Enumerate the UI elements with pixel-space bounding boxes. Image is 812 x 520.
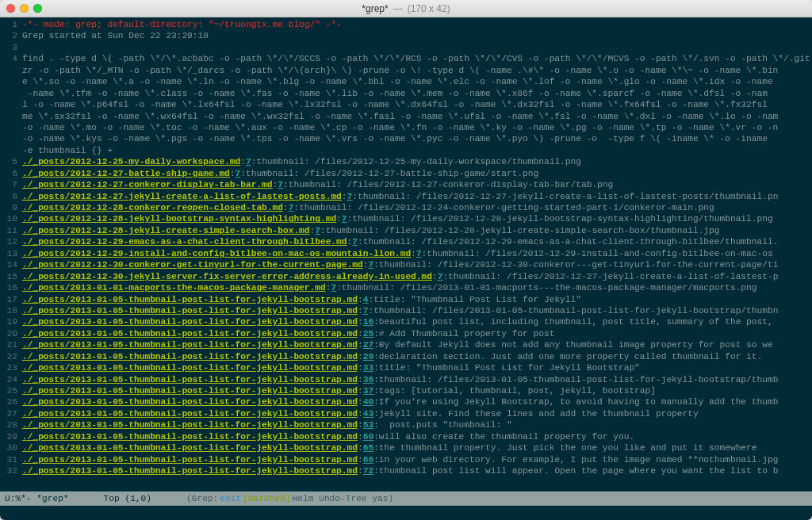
grep-hit[interactable]: 29./_posts/2013-01-05-thumbnail-post-lis… xyxy=(0,431,812,442)
line-number: 24 xyxy=(0,374,22,385)
grep-hit-line-number[interactable]: 43 xyxy=(363,409,373,419)
grep-hit-file[interactable]: ./_posts/2013-01-05-thumbnail-post-list-… xyxy=(22,455,358,465)
grep-hit[interactable]: 20./_posts/2013-01-05-thumbnail-post-lis… xyxy=(0,328,812,339)
maximize-button[interactable] xyxy=(33,4,42,13)
header-line: 1 -*- mode: grep; default-directory: "~/… xyxy=(0,19,812,30)
grep-buffer[interactable]: 1 -*- mode: grep; default-directory: "~/… xyxy=(0,17,812,491)
grep-hit[interactable]: 23./_posts/2013-01-05-thumbnail-post-lis… xyxy=(0,362,812,373)
find-command-cont: me \*.sx32fsl -o -name \*.wx64fsl -o -na… xyxy=(0,111,812,122)
grep-hit-file[interactable]: ./_posts/2012-12-28-conkeror-reopen-clos… xyxy=(22,203,283,212)
grep-hit[interactable]: 5./_posts/2012-12-25-my-daily-workspace.… xyxy=(0,156,812,167)
grep-hit-file[interactable]: ./_posts/2013-01-05-thumbnail-post-list-… xyxy=(22,386,358,396)
grep-hit-line-number[interactable]: 25 xyxy=(363,329,373,338)
close-button[interactable] xyxy=(6,4,15,13)
grep-hit-line-number[interactable]: 16 xyxy=(363,317,373,327)
grep-hit-file[interactable]: ./_posts/2012-12-28-jekyll-bootstrap-syn… xyxy=(22,214,336,224)
grep-hit-file[interactable]: ./_posts/2013-01-05-thumbnail-post-list-… xyxy=(22,295,358,304)
grep-hit[interactable]: 9./_posts/2012-12-28-conkeror-reopen-clo… xyxy=(0,202,812,213)
grep-hit-match-text: post.puts "thumbnail: " xyxy=(379,420,512,430)
grep-hit[interactable]: 11./_posts/2012-12-28-jekyll-create-simp… xyxy=(0,225,812,236)
line-number: 3 xyxy=(0,42,22,53)
grep-hit-file[interactable]: ./_posts/2012-12-29-emacs-as-a-chat-clie… xyxy=(22,237,347,247)
grep-hit-line-number[interactable]: 7 xyxy=(352,237,358,247)
grep-hit[interactable]: 27./_posts/2013-01-05-thumbnail-post-lis… xyxy=(0,408,812,419)
grep-hit[interactable]: 18./_posts/2013-01-05-thumbnail-post-lis… xyxy=(0,305,812,316)
grep-hit-line-number[interactable]: 37 xyxy=(363,386,373,396)
grep-hit[interactable]: 28./_posts/2013-01-05-thumbnail-post-lis… xyxy=(0,419,812,430)
grep-hit[interactable]: 10./_posts/2012-12-28-jekyll-bootstrap-s… xyxy=(0,213,812,224)
grep-hit-file[interactable]: ./_posts/2013-01-05-thumbnail-post-list-… xyxy=(22,397,358,407)
grep-hit-match-text: thumbnail: /files/2012-12-29-emacs-as-a-… xyxy=(363,237,779,247)
grep-hit-line-number[interactable]: 7 xyxy=(416,249,422,258)
header-line: 2 Grep started at Sun Dec 22 23:29:18 xyxy=(0,30,812,41)
grep-hit-line-number[interactable]: 36 xyxy=(363,375,373,384)
grep-hit-file[interactable]: ./_posts/2013-01-05-thumbnail-post-list-… xyxy=(22,443,358,453)
grep-hit-file[interactable]: ./_posts/2013-01-05-thumbnail-post-list-… xyxy=(22,432,358,442)
grep-hit-line-number[interactable]: 27 xyxy=(363,340,373,350)
grep-hit[interactable]: 21./_posts/2013-01-05-thumbnail-post-lis… xyxy=(0,339,812,350)
grep-hit[interactable]: 14./_posts/2012-12-30-conkeror-get-tinyu… xyxy=(0,259,812,270)
grep-hit-line-number[interactable]: 72 xyxy=(363,466,373,476)
grep-hit-match-text: thumbnail: /files/2012-12-30-conkeror---… xyxy=(379,260,779,270)
grep-hit[interactable]: 31./_posts/2013-01-05-thumbnail-post-lis… xyxy=(0,454,812,465)
grep-hit[interactable]: 16./_posts/2013-01-01-macports-the-macos… xyxy=(0,282,812,293)
grep-hit-match-text: thumbnail: /files/2013-01-05-thumbnail-p… xyxy=(373,306,778,315)
grep-hit-line-number[interactable]: 60 xyxy=(363,432,373,442)
grep-hit[interactable]: 15./_posts/2012-12-30-jekyll-server-fix-… xyxy=(0,271,812,282)
grep-hit[interactable]: 19./_posts/2013-01-05-thumbnail-post-lis… xyxy=(0,316,812,327)
grep-hit[interactable]: 7./_posts/2012-12-27-conkeror-display-ta… xyxy=(0,179,812,190)
grep-hit[interactable]: 30./_posts/2013-01-05-thumbnail-post-lis… xyxy=(0,442,812,453)
grep-hit[interactable]: 13./_posts/2012-12-29-install-and-config… xyxy=(0,248,812,259)
grep-hit-file[interactable]: ./_posts/2012-12-28-jekyll-create-simple… xyxy=(22,226,310,235)
blank-line: 3 xyxy=(0,42,812,53)
grep-hit-file[interactable]: ./_posts/2013-01-05-thumbnail-post-list-… xyxy=(22,317,358,327)
grep-hit-line-number[interactable]: 33 xyxy=(363,363,373,373)
grep-hit-match-text: will also create the thumbnail property … xyxy=(379,432,634,442)
grep-hit-file[interactable]: ./_posts/2013-01-01-macports-the-macos-p… xyxy=(22,283,326,292)
grep-hit-file[interactable]: ./_posts/2013-01-05-thumbnail-post-list-… xyxy=(22,375,358,384)
minibuffer[interactable] xyxy=(0,506,812,520)
grep-hit[interactable]: 24./_posts/2013-01-05-thumbnail-post-lis… xyxy=(0,374,812,385)
find-command-cont: l -o -name \*.p64fsl -o -name \*.lx64fsl… xyxy=(0,99,812,110)
line-number: 29 xyxy=(0,431,22,442)
grep-hit-file[interactable]: ./_posts/2013-01-05-thumbnail-post-list-… xyxy=(22,409,358,419)
grep-hit-file[interactable]: ./_posts/2012-12-30-conkeror-get-tinyurl… xyxy=(22,260,363,270)
grep-hit-file[interactable]: ./_posts/2013-01-05-thumbnail-post-list-… xyxy=(22,363,358,373)
grep-hit-line-number[interactable]: 65 xyxy=(363,443,373,453)
grep-hit-line-number[interactable]: 29 xyxy=(363,352,373,361)
grep-hit-line-number[interactable]: 40 xyxy=(363,397,373,407)
modeline-mode-open: (Grep: xyxy=(186,494,218,503)
grep-hit-file[interactable]: ./_posts/2012-12-25-my-daily-workspace.m… xyxy=(22,157,240,166)
modeline-exit-status: exit xyxy=(220,494,241,503)
grep-hit[interactable]: 12./_posts/2012-12-29-emacs-as-a-chat-cl… xyxy=(0,236,812,247)
grep-hit[interactable]: 8./_posts/2012-12-27-jekyll-create-a-lis… xyxy=(0,191,812,202)
grep-hit-line-number[interactable]: 7 xyxy=(278,180,283,189)
line-number: 28 xyxy=(0,419,22,430)
grep-hit[interactable]: 6./_posts/2012-12-27-battle-ship-game.md… xyxy=(0,168,812,179)
grep-hit-match-text: thumbnail: /files/2012-12-24-conkeror-ge… xyxy=(299,203,714,212)
grep-hit-file[interactable]: ./_posts/2013-01-05-thumbnail-post-list-… xyxy=(22,306,358,315)
line-number: 32 xyxy=(0,465,22,476)
grep-hit-file[interactable]: ./_posts/2013-01-05-thumbnail-post-list-… xyxy=(22,340,358,350)
grep-hit-file[interactable]: ./_posts/2013-01-05-thumbnail-post-list-… xyxy=(22,466,358,476)
grep-hit-match-text: thumbnail: /files/2012-12-28-jekyll-crea… xyxy=(326,226,720,235)
grep-hit-file[interactable]: ./_posts/2013-01-05-thumbnail-post-list-… xyxy=(22,352,358,361)
grep-hit-file[interactable]: ./_posts/2013-01-05-thumbnail-post-list-… xyxy=(22,329,358,338)
grep-hit-file[interactable]: ./_posts/2012-12-27-jekyll-create-a-list… xyxy=(22,192,342,201)
grep-hit-line-number[interactable]: 53 xyxy=(363,420,373,430)
minimize-button[interactable] xyxy=(20,4,29,13)
grep-hit[interactable]: 32./_posts/2013-01-05-thumbnail-post-lis… xyxy=(0,465,812,476)
grep-hit[interactable]: 26./_posts/2013-01-05-thumbnail-post-lis… xyxy=(0,396,812,407)
grep-hit[interactable]: 22./_posts/2013-01-05-thumbnail-post-lis… xyxy=(0,351,812,362)
grep-hit-file[interactable]: ./_posts/2012-12-30-jekyll-server-fix-se… xyxy=(22,272,432,281)
grep-hit[interactable]: 17./_posts/2013-01-05-thumbnail-post-lis… xyxy=(0,294,812,305)
grep-hit-line-number[interactable]: 7 xyxy=(246,157,251,166)
grep-hit-line-number[interactable]: 7 xyxy=(342,214,347,224)
grep-hit-line-number[interactable]: 66 xyxy=(363,455,373,465)
grep-hit-line-number[interactable]: 7 xyxy=(315,226,320,235)
grep-hit-file[interactable]: ./_posts/2013-01-05-thumbnail-post-list-… xyxy=(22,420,358,430)
grep-hit-file[interactable]: ./_posts/2012-12-27-battle-ship-game.md xyxy=(22,169,230,178)
grep-hit-file[interactable]: ./_posts/2012-12-29-install-and-config-b… xyxy=(22,249,411,258)
grep-hit[interactable]: 25./_posts/2013-01-05-thumbnail-post-lis… xyxy=(0,385,812,396)
grep-hit-file[interactable]: ./_posts/2012-12-27-conkeror-display-tab… xyxy=(22,180,273,189)
